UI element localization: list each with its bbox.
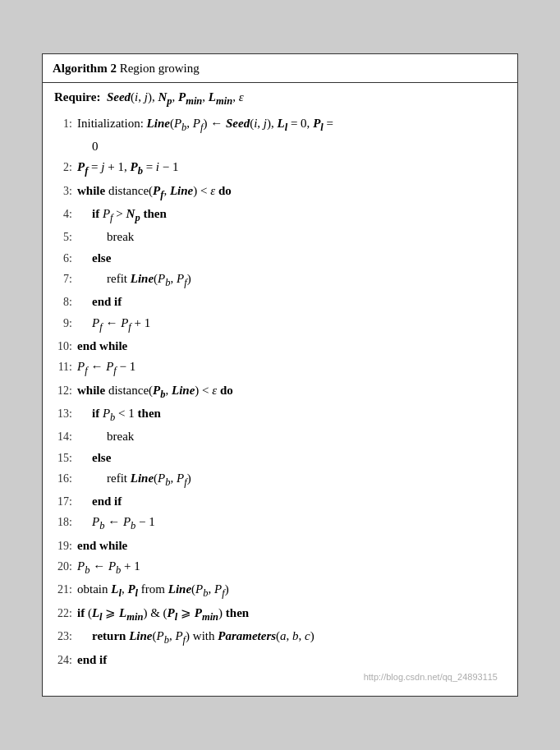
algo-line-4: 4: if Pf > Np then (54, 204, 506, 227)
line-num-18: 18: (54, 513, 77, 531)
line-content-5: break (77, 228, 506, 246)
algorithm-header: Algorithm 2 Region growing (43, 54, 517, 83)
line-content-3: while distance(Pf, Line) < ε do (77, 182, 506, 203)
line-num-23: 23: (54, 627, 77, 646)
line-content-1: Initialization: Line(Pb, Pf) ← Seed(i, j… (77, 114, 506, 136)
line-num-16: 16: (54, 469, 77, 488)
algo-line-2: 2: Pf = j + 1, Pb = i − 1 (54, 157, 506, 180)
algo-line-1b: 0 (54, 136, 506, 157)
require-label: Require: (54, 90, 100, 104)
line-content-17: end if (77, 492, 506, 511)
algo-line-19: 19: end while (54, 536, 506, 556)
line-content-7: refit Line(Pb, Pf) (77, 269, 506, 291)
line-content-22: if (Ll ⩾ Lmin) & (Pl ⩾ Pmin) then (77, 604, 506, 625)
require-line: Require: Seed(i, j), Np, Pmin, Lmin, ε (54, 88, 506, 109)
line-num-2: 2: (54, 158, 77, 177)
line-content-20: Pb ← Pb + 1 (77, 557, 506, 578)
line-content-12: while distance(Pb, Line) < ε do (77, 381, 506, 403)
line-num-13: 13: (54, 404, 77, 423)
algo-line-7: 7: refit Line(Pb, Pf) (54, 269, 506, 292)
algorithm-box: Algorithm 2 Region growing Require: Seed… (42, 53, 518, 697)
line-num-19: 19: (54, 536, 77, 555)
line-num-20: 20: (54, 557, 77, 576)
line-content-19: end while (77, 536, 506, 555)
line-content-10: end while (77, 337, 506, 356)
line-content-23: return Line(Pb, Pf) with Parameters(a, b… (77, 627, 506, 648)
algo-line-1: 1: Initialization: Line(Pb, Pf) ← Seed(i… (54, 113, 506, 136)
line-num-1: 1: (54, 114, 77, 133)
line-content-21: obtain Ll, Pl from Line(Pb, Pf) (77, 580, 506, 601)
algo-line-21: 21: obtain Ll, Pl from Line(Pb, Pf) (54, 579, 506, 602)
line-content-13: if Pb < 1 then (77, 404, 506, 426)
algo-line-17: 17: end if (54, 491, 506, 512)
line-content-4: if Pf > Np then (77, 205, 506, 226)
algo-line-11: 11: Pf ← Pf − 1 (54, 357, 506, 380)
line-content-8: end if (77, 292, 506, 311)
line-num-11: 11: (54, 357, 77, 376)
require-params: Seed(i, j), Np, Pmin, Lmin, ε (103, 90, 243, 104)
line-content-16: refit Line(Pb, Pf) (77, 469, 506, 490)
algorithm-body: Require: Seed(i, j), Np, Pmin, Lmin, ε 1… (43, 83, 517, 696)
algo-line-24: 24: end if (54, 650, 506, 670)
algo-line-13: 13: if Pb < 1 then (54, 403, 506, 426)
line-num-10: 10: (54, 337, 77, 356)
line-num-8: 8: (54, 292, 77, 311)
algo-line-5: 5: break (54, 227, 506, 247)
algo-line-20: 20: Pb ← Pb + 1 (54, 556, 506, 579)
line-num-12: 12: (54, 381, 77, 400)
algo-line-8: 8: end if (54, 292, 506, 312)
algo-line-15: 15: else (54, 448, 506, 468)
algo-line-22: 22: if (Ll ⩾ Lmin) & (Pl ⩾ Pmin) then (54, 603, 506, 626)
line-num-24: 24: (54, 651, 77, 669)
line-num-1b (54, 137, 77, 138)
line-num-21: 21: (54, 580, 77, 599)
line-content-6: else (77, 249, 506, 268)
line-content-24: end if (77, 651, 506, 669)
algo-line-18: 18: Pb ← Pb − 1 (54, 512, 506, 535)
line-num-6: 6: (54, 249, 77, 268)
line-content-14: break (77, 427, 506, 446)
line-content-11: Pf ← Pf − 1 (77, 357, 506, 379)
line-num-15: 15: (54, 449, 77, 467)
line-content-2: Pf = j + 1, Pb = i − 1 (77, 158, 506, 179)
line-content-9: Pf ← Pf + 1 (77, 314, 506, 335)
line-num-5: 5: (54, 228, 77, 246)
algo-line-3: 3: while distance(Pf, Line) < ε do (54, 181, 506, 204)
algo-line-10: 10: end while (54, 336, 506, 357)
line-num-17: 17: (54, 492, 77, 511)
algo-line-16: 16: refit Line(Pb, Pf) (54, 468, 506, 491)
line-content-15: else (77, 449, 506, 467)
line-num-4: 4: (54, 205, 77, 223)
line-content-1b: 0 (77, 137, 506, 156)
algo-line-23: 23: return Line(Pb, Pf) with Parameters(… (54, 626, 506, 649)
algo-line-9: 9: Pf ← Pf + 1 (54, 313, 506, 336)
line-num-14: 14: (54, 427, 77, 446)
line-num-3: 3: (54, 182, 77, 200)
algorithm-title: Region growing (120, 62, 200, 75)
line-content-18: Pb ← Pb − 1 (77, 513, 506, 534)
algo-line-12: 12: while distance(Pb, Line) < ε do (54, 380, 506, 403)
line-num-22: 22: (54, 604, 77, 623)
algo-line-14: 14: break (54, 426, 506, 447)
algorithm-number: Algorithm 2 (53, 62, 117, 75)
line-num-9: 9: (54, 314, 77, 333)
algo-line-6: 6: else (54, 248, 506, 269)
watermark: http://blog.csdn.net/qq_24893115 (54, 670, 506, 688)
line-num-7: 7: (54, 269, 77, 288)
